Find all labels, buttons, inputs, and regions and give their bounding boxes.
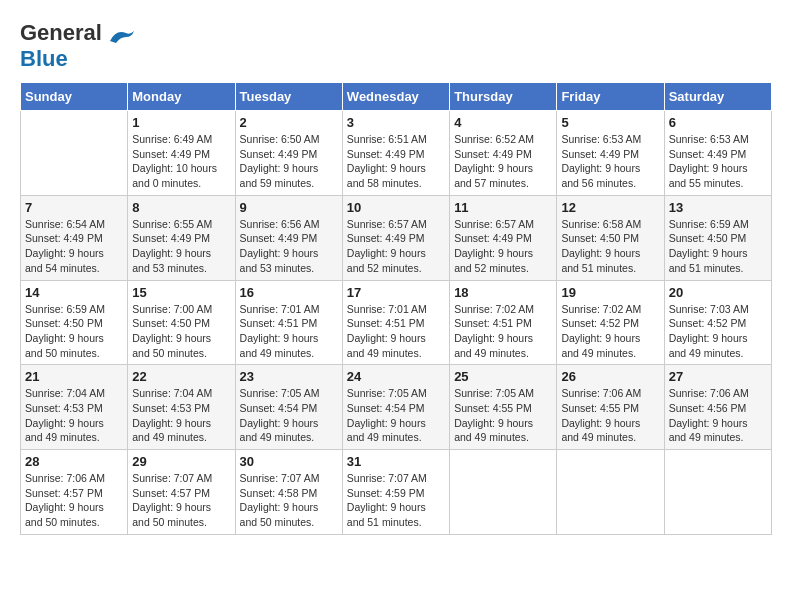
day-info: Sunrise: 6:49 AMSunset: 4:49 PMDaylight:… [132, 132, 230, 191]
day-number: 29 [132, 454, 230, 469]
calendar-week-row: 21Sunrise: 7:04 AMSunset: 4:53 PMDayligh… [21, 365, 772, 450]
calendar-cell [21, 111, 128, 196]
day-number: 18 [454, 285, 552, 300]
calendar-cell: 5Sunrise: 6:53 AMSunset: 4:49 PMDaylight… [557, 111, 664, 196]
day-info: Sunrise: 6:51 AMSunset: 4:49 PMDaylight:… [347, 132, 445, 191]
page-header: General Blue [20, 20, 772, 72]
day-number: 27 [669, 369, 767, 384]
day-info: Sunrise: 7:07 AMSunset: 4:58 PMDaylight:… [240, 471, 338, 530]
calendar-week-row: 7Sunrise: 6:54 AMSunset: 4:49 PMDaylight… [21, 195, 772, 280]
day-number: 16 [240, 285, 338, 300]
day-info: Sunrise: 7:05 AMSunset: 4:55 PMDaylight:… [454, 386, 552, 445]
weekday-header-tuesday: Tuesday [235, 83, 342, 111]
calendar-cell: 24Sunrise: 7:05 AMSunset: 4:54 PMDayligh… [342, 365, 449, 450]
day-info: Sunrise: 6:57 AMSunset: 4:49 PMDaylight:… [454, 217, 552, 276]
day-number: 19 [561, 285, 659, 300]
day-number: 22 [132, 369, 230, 384]
day-info: Sunrise: 6:52 AMSunset: 4:49 PMDaylight:… [454, 132, 552, 191]
day-number: 9 [240, 200, 338, 215]
calendar-cell: 17Sunrise: 7:01 AMSunset: 4:51 PMDayligh… [342, 280, 449, 365]
logo-bird-icon [108, 27, 136, 45]
day-number: 6 [669, 115, 767, 130]
day-info: Sunrise: 7:01 AMSunset: 4:51 PMDaylight:… [240, 302, 338, 361]
calendar-cell: 8Sunrise: 6:55 AMSunset: 4:49 PMDaylight… [128, 195, 235, 280]
day-info: Sunrise: 6:58 AMSunset: 4:50 PMDaylight:… [561, 217, 659, 276]
calendar-cell: 22Sunrise: 7:04 AMSunset: 4:53 PMDayligh… [128, 365, 235, 450]
day-number: 14 [25, 285, 123, 300]
calendar-cell [664, 450, 771, 535]
day-info: Sunrise: 6:57 AMSunset: 4:49 PMDaylight:… [347, 217, 445, 276]
day-info: Sunrise: 7:07 AMSunset: 4:57 PMDaylight:… [132, 471, 230, 530]
weekday-header-wednesday: Wednesday [342, 83, 449, 111]
day-info: Sunrise: 6:59 AMSunset: 4:50 PMDaylight:… [25, 302, 123, 361]
day-number: 15 [132, 285, 230, 300]
calendar-cell: 16Sunrise: 7:01 AMSunset: 4:51 PMDayligh… [235, 280, 342, 365]
calendar-cell: 11Sunrise: 6:57 AMSunset: 4:49 PMDayligh… [450, 195, 557, 280]
day-number: 8 [132, 200, 230, 215]
calendar-header-row: SundayMondayTuesdayWednesdayThursdayFrid… [21, 83, 772, 111]
day-info: Sunrise: 6:53 AMSunset: 4:49 PMDaylight:… [669, 132, 767, 191]
day-number: 20 [669, 285, 767, 300]
weekday-header-friday: Friday [557, 83, 664, 111]
day-info: Sunrise: 7:02 AMSunset: 4:52 PMDaylight:… [561, 302, 659, 361]
calendar-cell: 1Sunrise: 6:49 AMSunset: 4:49 PMDaylight… [128, 111, 235, 196]
day-info: Sunrise: 7:04 AMSunset: 4:53 PMDaylight:… [25, 386, 123, 445]
day-info: Sunrise: 6:54 AMSunset: 4:49 PMDaylight:… [25, 217, 123, 276]
calendar-cell: 20Sunrise: 7:03 AMSunset: 4:52 PMDayligh… [664, 280, 771, 365]
calendar-table: SundayMondayTuesdayWednesdayThursdayFrid… [20, 82, 772, 535]
day-info: Sunrise: 7:04 AMSunset: 4:53 PMDaylight:… [132, 386, 230, 445]
day-number: 30 [240, 454, 338, 469]
logo-blue-text: Blue [20, 46, 68, 71]
day-number: 3 [347, 115, 445, 130]
day-info: Sunrise: 7:05 AMSunset: 4:54 PMDaylight:… [240, 386, 338, 445]
calendar-cell: 30Sunrise: 7:07 AMSunset: 4:58 PMDayligh… [235, 450, 342, 535]
day-info: Sunrise: 7:06 AMSunset: 4:55 PMDaylight:… [561, 386, 659, 445]
logo: General Blue [20, 20, 136, 72]
day-number: 13 [669, 200, 767, 215]
day-info: Sunrise: 7:06 AMSunset: 4:57 PMDaylight:… [25, 471, 123, 530]
calendar-cell [450, 450, 557, 535]
day-number: 1 [132, 115, 230, 130]
day-number: 24 [347, 369, 445, 384]
day-info: Sunrise: 7:00 AMSunset: 4:50 PMDaylight:… [132, 302, 230, 361]
day-number: 28 [25, 454, 123, 469]
calendar-week-row: 28Sunrise: 7:06 AMSunset: 4:57 PMDayligh… [21, 450, 772, 535]
day-number: 12 [561, 200, 659, 215]
logo-general-text: General [20, 20, 102, 45]
calendar-cell: 28Sunrise: 7:06 AMSunset: 4:57 PMDayligh… [21, 450, 128, 535]
calendar-cell: 19Sunrise: 7:02 AMSunset: 4:52 PMDayligh… [557, 280, 664, 365]
day-info: Sunrise: 7:05 AMSunset: 4:54 PMDaylight:… [347, 386, 445, 445]
day-number: 10 [347, 200, 445, 215]
day-number: 4 [454, 115, 552, 130]
day-info: Sunrise: 6:55 AMSunset: 4:49 PMDaylight:… [132, 217, 230, 276]
calendar-cell: 7Sunrise: 6:54 AMSunset: 4:49 PMDaylight… [21, 195, 128, 280]
calendar-cell: 21Sunrise: 7:04 AMSunset: 4:53 PMDayligh… [21, 365, 128, 450]
calendar-cell: 15Sunrise: 7:00 AMSunset: 4:50 PMDayligh… [128, 280, 235, 365]
day-number: 17 [347, 285, 445, 300]
day-number: 5 [561, 115, 659, 130]
day-number: 7 [25, 200, 123, 215]
calendar-cell: 10Sunrise: 6:57 AMSunset: 4:49 PMDayligh… [342, 195, 449, 280]
day-info: Sunrise: 7:07 AMSunset: 4:59 PMDaylight:… [347, 471, 445, 530]
day-info: Sunrise: 6:59 AMSunset: 4:50 PMDaylight:… [669, 217, 767, 276]
day-info: Sunrise: 6:50 AMSunset: 4:49 PMDaylight:… [240, 132, 338, 191]
calendar-cell: 25Sunrise: 7:05 AMSunset: 4:55 PMDayligh… [450, 365, 557, 450]
calendar-week-row: 14Sunrise: 6:59 AMSunset: 4:50 PMDayligh… [21, 280, 772, 365]
calendar-cell: 26Sunrise: 7:06 AMSunset: 4:55 PMDayligh… [557, 365, 664, 450]
day-number: 23 [240, 369, 338, 384]
calendar-cell: 23Sunrise: 7:05 AMSunset: 4:54 PMDayligh… [235, 365, 342, 450]
calendar-cell: 31Sunrise: 7:07 AMSunset: 4:59 PMDayligh… [342, 450, 449, 535]
calendar-cell: 3Sunrise: 6:51 AMSunset: 4:49 PMDaylight… [342, 111, 449, 196]
weekday-header-sunday: Sunday [21, 83, 128, 111]
calendar-cell: 2Sunrise: 6:50 AMSunset: 4:49 PMDaylight… [235, 111, 342, 196]
calendar-cell: 29Sunrise: 7:07 AMSunset: 4:57 PMDayligh… [128, 450, 235, 535]
day-info: Sunrise: 7:02 AMSunset: 4:51 PMDaylight:… [454, 302, 552, 361]
day-number: 31 [347, 454, 445, 469]
calendar-week-row: 1Sunrise: 6:49 AMSunset: 4:49 PMDaylight… [21, 111, 772, 196]
day-info: Sunrise: 6:53 AMSunset: 4:49 PMDaylight:… [561, 132, 659, 191]
day-info: Sunrise: 7:01 AMSunset: 4:51 PMDaylight:… [347, 302, 445, 361]
day-number: 2 [240, 115, 338, 130]
day-info: Sunrise: 6:56 AMSunset: 4:49 PMDaylight:… [240, 217, 338, 276]
calendar-cell: 18Sunrise: 7:02 AMSunset: 4:51 PMDayligh… [450, 280, 557, 365]
calendar-cell: 4Sunrise: 6:52 AMSunset: 4:49 PMDaylight… [450, 111, 557, 196]
